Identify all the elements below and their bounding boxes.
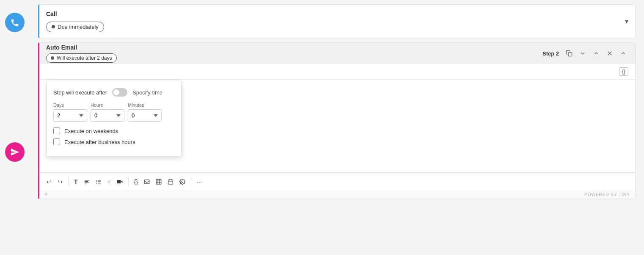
call-card-left: Call Due immediately: [46, 11, 104, 32]
time-fields-row: Days 2 0 1 3 4 5 6 7 Hours 0: [53, 103, 174, 122]
minutes-field-group: Minutes 0 15 30 45: [128, 103, 162, 122]
days-select[interactable]: 2 0 1 3 4 5 6 7: [53, 109, 87, 122]
svg-rect-0: [568, 53, 572, 56]
hours-field-group: Hours 0 1 2: [91, 103, 124, 122]
svg-rect-11: [98, 183, 101, 183]
gear-button[interactable]: [177, 177, 187, 186]
more-button[interactable]: ···: [195, 177, 204, 187]
execute-badge[interactable]: Will execute after 2 days: [46, 53, 117, 63]
execute-after-row: Step will execute after Specify time: [53, 88, 174, 97]
list-button[interactable]: [94, 177, 104, 186]
template-button[interactable]: {}: [619, 67, 628, 76]
svg-rect-3: [84, 180, 89, 180]
sidebar: [0, 0, 30, 255]
powered-by-label: POWERED BY TINY: [584, 192, 630, 197]
due-label: Due immediately: [58, 24, 99, 30]
due-dot: [52, 25, 55, 28]
copy-button[interactable]: [564, 48, 574, 58]
text-button[interactable]: T: [72, 177, 80, 187]
call-card-expand-icon[interactable]: ▾: [625, 17, 628, 25]
schedule-popup: Step will execute after Specify time Day…: [46, 81, 182, 157]
delete-button[interactable]: [605, 48, 615, 58]
table-button[interactable]: [154, 177, 164, 186]
svg-rect-9: [98, 181, 101, 182]
editor-toolbar: ↩ ↪ T + {}: [39, 173, 635, 190]
business-hours-checkbox-row: Execute after business hours: [53, 139, 174, 145]
call-title: Call: [46, 11, 104, 17]
svg-rect-4: [84, 181, 88, 182]
email-toolbar-row: {}: [39, 64, 635, 80]
undo-button[interactable]: ↩: [44, 177, 54, 187]
email-card-header: Auto Email Will execute after 2 days Ste…: [39, 43, 635, 64]
execute-label: Will execute after 2 days: [57, 55, 112, 61]
move-down-button[interactable]: [578, 48, 588, 58]
hours-select[interactable]: 0 1 2: [91, 109, 124, 122]
specify-time-toggle[interactable]: [112, 88, 127, 97]
redo-button[interactable]: ↪: [55, 177, 65, 187]
execute-after-label: Step will execute after: [53, 89, 107, 96]
minutes-select[interactable]: 0 15 30 45: [128, 109, 162, 122]
toolbar-divider-1: [68, 177, 69, 186]
svg-rect-14: [144, 180, 149, 183]
svg-rect-20: [168, 180, 173, 184]
execute-business-hours-label: Execute after business hours: [64, 139, 135, 145]
email-title: Auto Email: [46, 44, 117, 51]
align-button[interactable]: [82, 177, 92, 186]
svg-point-12: [96, 183, 97, 184]
hours-label: Hours: [91, 103, 124, 108]
svg-point-24: [182, 181, 183, 183]
editor-footer: P POWERED BY TINY: [39, 190, 635, 199]
email-header-actions: [564, 48, 628, 58]
svg-point-8: [96, 180, 97, 181]
execute-weekends-label: Execute on weekends: [64, 128, 118, 134]
toggle-slider: [112, 88, 127, 97]
editor-paragraph-indicator: P: [44, 192, 47, 197]
email-card: Auto Email Will execute after 2 days Ste…: [38, 42, 636, 199]
svg-rect-5: [84, 183, 89, 183]
execute-weekends-checkbox[interactable]: [53, 128, 60, 134]
email-button[interactable]: [142, 177, 152, 186]
calendar-button[interactable]: [165, 177, 176, 186]
move-up-button[interactable]: [591, 48, 601, 58]
svg-rect-13: [117, 180, 121, 183]
days-field-group: Days 2 0 1 3 4 5 6 7: [53, 103, 87, 122]
collapse-button[interactable]: [618, 48, 628, 58]
weekends-checkbox-row: Execute on weekends: [53, 128, 174, 134]
step-label: Step 2: [542, 50, 559, 57]
days-label: Days: [53, 103, 87, 108]
execute-dot: [51, 56, 54, 60]
svg-point-10: [96, 181, 97, 182]
svg-rect-15: [156, 179, 161, 184]
send-email-icon[interactable]: [5, 142, 25, 162]
specify-time-label: Specify time: [132, 89, 162, 96]
minutes-label: Minutes: [128, 103, 162, 108]
due-badge[interactable]: Due immediately: [46, 22, 104, 32]
svg-rect-7: [98, 180, 101, 180]
main-content: Call Due immediately ▾ Auto Email Will e…: [30, 0, 644, 255]
add-button[interactable]: +: [105, 177, 113, 187]
call-card: Call Due immediately ▾: [38, 4, 636, 38]
video-button[interactable]: [115, 177, 125, 186]
svg-rect-6: [84, 184, 87, 184]
toolbar-divider-3: [191, 177, 191, 186]
toolbar-divider-2: [128, 177, 129, 186]
execute-business-hours-checkbox[interactable]: [53, 139, 60, 145]
code-button[interactable]: {}: [132, 177, 140, 187]
phone-icon[interactable]: [5, 13, 25, 32]
